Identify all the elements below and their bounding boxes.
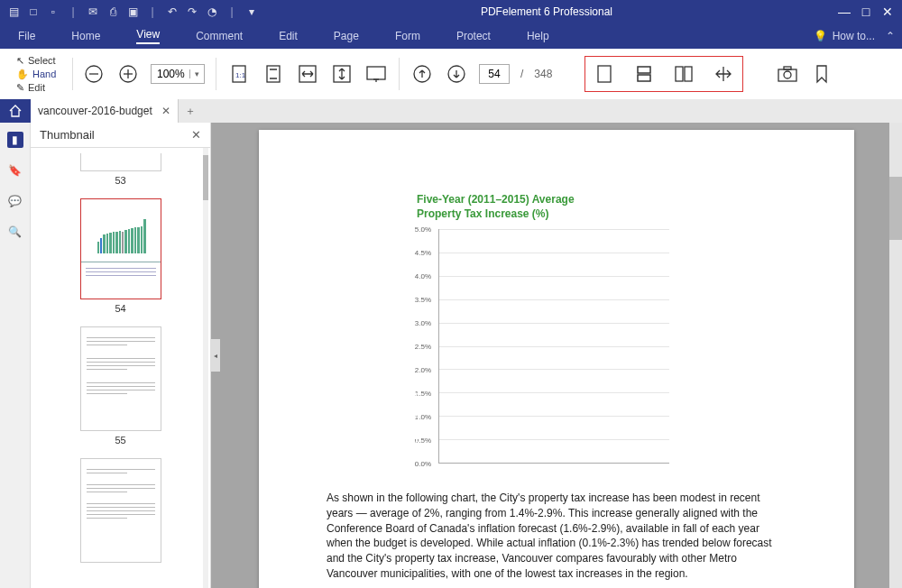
thumbnail-56[interactable] <box>31 458 210 563</box>
facing-button[interactable] <box>672 62 695 86</box>
next-page-button[interactable] <box>445 62 468 86</box>
zoom-input[interactable] <box>152 68 189 80</box>
chart-title-2: Property Tax Increase (%) <box>417 207 787 220</box>
hand-icon: ✋ <box>16 69 29 80</box>
pencil-icon: ✎ <box>16 82 24 94</box>
redo-icon[interactable]: ↷ <box>186 5 198 18</box>
new-file-icon[interactable]: □ <box>27 5 40 18</box>
svg-rect-10 <box>367 67 385 79</box>
minimize-icon[interactable]: — <box>835 5 853 19</box>
menu-home[interactable]: Home <box>71 30 100 42</box>
chart-title-1: Five-Year (2011–2015) Average <box>417 193 787 206</box>
add-tab-button[interactable]: ＋ <box>179 104 202 119</box>
select-tool[interactable]: ↖Select <box>16 55 72 67</box>
zoom-out-button[interactable] <box>82 62 106 86</box>
fit-width-button[interactable] <box>296 62 319 86</box>
thumbnail-54[interactable]: 54 <box>31 198 210 314</box>
svg-text:1:1: 1:1 <box>235 71 246 79</box>
save-icon[interactable]: ▣ <box>126 5 139 18</box>
zoom-selector[interactable]: ▾ <box>151 64 205 84</box>
document-tab[interactable]: vancouver-2016-budget ✕ <box>31 99 179 123</box>
menu-comment[interactable]: Comment <box>196 30 243 42</box>
menu-file[interactable]: File <box>18 30 35 42</box>
thumbnail-55[interactable]: 55 <box>31 326 210 446</box>
maximize-icon[interactable]: □ <box>857 5 875 19</box>
hand-tool[interactable]: ✋Hand <box>16 69 72 80</box>
document-viewer[interactable]: ◂ Five-Year (2011–2015) Average Property… <box>211 123 902 588</box>
history-icon[interactable]: ◔ <box>206 5 218 18</box>
left-sidebar: ▮ 🔖 💬 🔍 <box>0 123 31 588</box>
undo-icon[interactable]: ↶ <box>166 5 179 18</box>
menu-bar: File Home View Comment Edit Page Form Pr… <box>0 23 902 49</box>
app-icon: ▤ <box>7 5 20 18</box>
prev-page-button[interactable] <box>410 62 434 86</box>
comment-panel-icon[interactable]: 💬 <box>7 193 23 209</box>
page-total: 348 <box>534 68 552 80</box>
howto-link[interactable]: 💡 How to... <box>814 30 875 42</box>
thumbnail-53[interactable]: 53 <box>31 153 210 186</box>
svg-point-21 <box>784 71 791 78</box>
zoom-dropdown-icon[interactable]: ▾ <box>189 69 204 78</box>
svg-rect-18 <box>676 67 683 81</box>
cursor-icon: ↖ <box>16 55 24 67</box>
bulb-icon: 💡 <box>814 30 827 42</box>
svg-rect-16 <box>638 67 650 73</box>
page-sep: / <box>520 68 523 80</box>
more-icon[interactable]: ▾ <box>245 5 258 18</box>
single-page-button[interactable] <box>593 62 616 86</box>
thumbnail-title: Thumbnail <box>40 128 95 142</box>
thumbnail-scrollbar[interactable] <box>203 148 208 588</box>
menu-protect[interactable]: Protect <box>456 30 491 42</box>
tab-close-icon[interactable]: ✕ <box>161 105 170 117</box>
menu-page[interactable]: Page <box>334 30 359 42</box>
svg-rect-17 <box>638 75 650 81</box>
svg-rect-15 <box>598 66 611 82</box>
body-paragraph: As shown in the following chart, the Cit… <box>327 491 787 582</box>
svg-rect-22 <box>784 67 791 69</box>
start-tab[interactable] <box>0 99 31 123</box>
thumbnail-panel: Thumbnail ✕ 53 54 55 <box>31 123 211 588</box>
collapse-ribbon-icon[interactable]: ⌃ <box>886 30 895 42</box>
menu-view[interactable]: View <box>136 28 160 44</box>
viewer-scrollbar[interactable] <box>889 123 902 588</box>
print-icon[interactable]: ⎙ <box>106 5 119 18</box>
snapshot-button[interactable] <box>776 62 799 86</box>
view-mode-group <box>584 56 743 92</box>
svg-rect-19 <box>685 67 692 81</box>
open-icon[interactable]: ▫ <box>47 5 60 18</box>
view-toolbar: ↖Select ✋Hand ✎Edit ▾ 1:1 / 348 <box>0 49 902 99</box>
fullscreen-button[interactable] <box>364 62 388 86</box>
bookmark-button[interactable] <box>810 62 833 86</box>
edit-tool[interactable]: ✎Edit <box>16 82 72 94</box>
zoom-in-button[interactable] <box>116 62 140 86</box>
bookmark-panel-icon[interactable]: 🔖 <box>7 162 23 179</box>
title-bar: ▤ □ ▫ | ✉ ⎙ ▣ | ↶ ↷ ◔ | ▾ PDFelement 6 P… <box>0 0 902 23</box>
tab-title: vancouver-2016-budget <box>38 105 152 117</box>
facing-continuous-button[interactable] <box>712 62 735 86</box>
menu-form[interactable]: Form <box>395 30 420 42</box>
svg-rect-7 <box>267 66 280 82</box>
pdf-page: Five-Year (2011–2015) Average Property T… <box>259 130 854 588</box>
close-icon[interactable]: ✕ <box>879 5 897 19</box>
menu-help[interactable]: Help <box>527 30 549 42</box>
document-tabstrip: vancouver-2016-budget ✕ ＋ <box>0 99 902 123</box>
menu-edit[interactable]: Edit <box>279 30 298 42</box>
continuous-button[interactable] <box>632 62 656 86</box>
page-number-input[interactable] <box>479 64 510 84</box>
app-title: PDFelement 6 Professional <box>258 5 835 18</box>
panel-collapse-handle[interactable]: ◂ <box>211 339 220 372</box>
fit-page-button[interactable] <box>262 62 285 86</box>
search-panel-icon[interactable]: 🔍 <box>7 224 23 240</box>
actual-size-button[interactable]: 1:1 <box>227 62 251 86</box>
thumbnail-list[interactable]: 53 54 55 <box>31 148 210 588</box>
mail-icon[interactable]: ✉ <box>87 5 99 18</box>
bar-chart: 5.0%4.5%4.0%3.5%3.0%2.5%2.0%1.5%1.0%0.5%… <box>408 229 669 464</box>
thumbnail-panel-icon[interactable]: ▮ <box>7 132 23 148</box>
fit-height-button[interactable] <box>330 62 354 86</box>
thumbnail-close-icon[interactable]: ✕ <box>191 128 201 142</box>
